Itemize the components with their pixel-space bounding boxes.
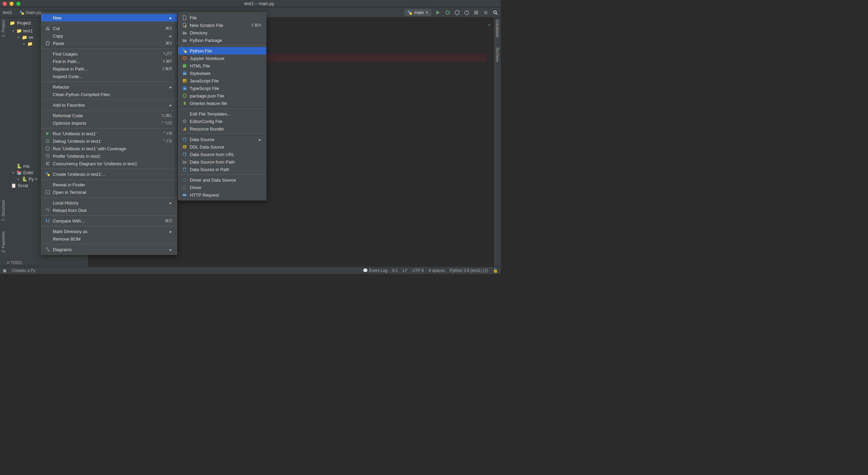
lock-icon[interactable]: 🔓 (493, 268, 498, 273)
menu-item-copy[interactable]: Copy▸ (41, 32, 177, 40)
interpreter-info[interactable]: Python 3.9 (test1) (2) (450, 268, 488, 273)
svg-text:DDL: DDL (183, 146, 187, 148)
menu-item-data-source[interactable]: Data Source▸ (178, 136, 266, 143)
menu-item-directory[interactable]: Directory (178, 29, 266, 36)
menu-item-data-source-from-path[interactable]: Data Source from Path (178, 158, 266, 166)
scratch-icon (182, 22, 188, 28)
blank-icon (45, 92, 51, 97)
stop-icon[interactable] (483, 10, 489, 15)
concurrency-icon (45, 161, 51, 166)
concurrency-icon[interactable] (474, 10, 479, 15)
menu-item-resource-bundle[interactable]: Resource Bundle (178, 125, 266, 133)
menu-item-new[interactable]: New▸ (41, 14, 177, 21)
menu-item-create-unittests-in-test1[interactable]: Create 'Unittests in test1'... (41, 170, 177, 178)
caret-position[interactable]: 6:1 (392, 268, 398, 273)
context-menu[interactable]: New▸Cut⌘XCopy▸Paste⌘VFind Usages⌥F7Find … (41, 12, 177, 255)
menu-item-remove-bom[interactable]: Remove BOM (41, 235, 177, 243)
menu-item-editorconfig-file[interactable]: EditorConfig File (178, 118, 266, 125)
menu-item-inspect-code[interactable]: Inspect Code... (41, 73, 177, 80)
menu-item-http-request[interactable]: APIHTTP Request (178, 191, 266, 199)
menu-item-refactor[interactable]: Refactor▸ (41, 83, 177, 91)
menu-separator (178, 108, 266, 109)
run-icon[interactable] (435, 10, 441, 15)
event-log-button[interactable]: 💬 Event Log (363, 268, 387, 273)
folder-icon (182, 37, 188, 43)
line-separator[interactable]: LF (403, 268, 407, 273)
menu-item-diagrams[interactable]: Diagrams▸ (41, 246, 177, 253)
menu-item-driver[interactable]: Driver (178, 184, 266, 191)
project-tool-tab[interactable]: 1: Project (1, 20, 6, 37)
menu-item-typescript-file[interactable]: TSTypeScript File (178, 85, 266, 92)
menu-separator (41, 48, 177, 49)
close-window-button[interactable] (3, 2, 7, 6)
menu-item-run-unittests-in-test1-with-coverage[interactable]: Run 'Unittests in test1' with Coverage (41, 145, 177, 152)
menu-item-new-scratch-file[interactable]: New Scratch File⇧⌘N (178, 21, 266, 29)
profile-icon[interactable] (464, 10, 469, 15)
svg-point-3 (409, 12, 412, 15)
favorites-tool-tab[interactable]: 2: Favorites (1, 231, 6, 253)
menu-item-find-usages[interactable]: Find Usages⌥F7 (41, 50, 177, 58)
menu-item-jupyter-notebook[interactable]: Jupyter Notebook (178, 55, 266, 62)
debug-icon[interactable] (445, 10, 450, 15)
indent-info[interactable]: 4 spaces (429, 268, 445, 273)
menu-item-mark-directory-as[interactable]: Mark Directory as▸ (41, 228, 177, 235)
menu-item-driver-and-data-source[interactable]: Driver and Data Source (178, 176, 266, 184)
svg-marker-35 (46, 209, 47, 210)
menu-item-replace-in-path[interactable]: Replace in Path...⇧⌘R (41, 65, 177, 73)
menu-item-label: Data Source (190, 137, 255, 142)
menu-item-open-in-terminal[interactable]: >_Open in Terminal (41, 188, 177, 196)
jupyter-icon (182, 56, 188, 61)
menu-item-clean-python-compiled-files[interactable]: Clean Python Compiled Files (41, 91, 177, 98)
menu-item-python-package[interactable]: Python Package (178, 36, 266, 44)
menu-item-reload-from-disk[interactable]: Reload from Disk (41, 206, 177, 214)
menu-item-edit-file-templates[interactable]: Edit File Templates... (178, 110, 266, 118)
menu-item-debug-unittests-in-test1[interactable]: Debug 'Unittests in test1'⌃⇧D (41, 137, 177, 145)
menu-item-reveal-in-finder[interactable]: Reveal in Finder (41, 181, 177, 188)
menu-item-optimize-imports[interactable]: Optimize Imports⌃⌥O (41, 119, 177, 127)
structure-tool-tab[interactable]: 7: Structure (1, 200, 6, 221)
breadcrumb-project[interactable]: test1 (3, 10, 12, 15)
menu-item-ddl-data-source[interactable]: DDLDDL Data Source (178, 143, 266, 151)
menu-item-python-file[interactable]: Python File (178, 47, 266, 55)
menu-separator (41, 99, 177, 100)
menu-item-run-unittests-in-test1[interactable]: Run 'Unittests in test1'⌃⇧R (41, 130, 177, 137)
menu-item-compare-with[interactable]: Compare With...⌘D (41, 217, 177, 225)
file-encoding[interactable]: UTF-8 (412, 268, 424, 273)
run-configuration-selector[interactable]: main ▾ (404, 9, 431, 16)
menu-item-paste[interactable]: Paste⌘V (41, 40, 177, 47)
new-submenu[interactable]: FileNew Scratch File⇧⌘NDirectoryPython P… (178, 12, 266, 200)
menu-item-local-history[interactable]: Local History▸ (41, 199, 177, 206)
menu-item-gherkin-feature-file[interactable]: Gherkin feature file (178, 99, 266, 107)
svg-text:>_: >_ (47, 191, 49, 194)
svg-rect-58 (183, 129, 184, 131)
todo-tab[interactable]: ≡ TODO (7, 260, 22, 265)
menu-separator (41, 179, 177, 180)
menu-item-concurrency-diagram-for-unittests-in-test1[interactable]: Concurrency Diagram for 'Unittests in te… (41, 160, 177, 167)
breadcrumb-file[interactable]: main.py (26, 10, 41, 15)
quick-panel-icon[interactable]: ▣ (3, 268, 6, 273)
search-icon[interactable] (493, 10, 498, 15)
window-controls (3, 2, 20, 6)
database-tool-tab[interactable]: Database (495, 20, 500, 37)
menu-item-label: New (53, 15, 166, 20)
python-icon (182, 48, 188, 53)
sciview-tool-tab[interactable]: SciView (495, 47, 500, 62)
menu-item-html-file[interactable]: HHTML File (178, 62, 266, 70)
maximize-window-button[interactable] (16, 2, 20, 6)
svg-text:API: API (183, 194, 186, 196)
menu-item-data-source-in-path[interactable]: Data Source in Path (178, 166, 266, 173)
menu-item-profile-unittests-in-test1[interactable]: Profile 'Unittests in test1' (41, 152, 177, 160)
minimize-window-button[interactable] (10, 2, 14, 6)
menu-item-file[interactable]: File (178, 14, 266, 21)
menu-item-add-to-favorites[interactable]: Add to Favorites▸ (41, 101, 177, 109)
coverage-icon[interactable] (454, 10, 460, 15)
menu-item-data-source-from-url[interactable]: Data Source from URL (178, 151, 266, 158)
menu-item-javascript-file[interactable]: JSJavaScript File (178, 77, 266, 85)
menu-item-find-in-path[interactable]: Find in Path...⇧⌘F (41, 58, 177, 65)
breadcrumb[interactable]: test1 〉 main.py (3, 10, 41, 16)
menu-item-label: Gherkin feature file (190, 101, 261, 106)
menu-item-stylesheet[interactable]: CSSStylesheet (178, 70, 266, 77)
menu-item-cut[interactable]: Cut⌘X (41, 25, 177, 32)
menu-item-package-json-file[interactable]: package.json File (178, 92, 266, 99)
menu-item-reformat-code[interactable]: Reformat Code⌥⌘L (41, 112, 177, 119)
